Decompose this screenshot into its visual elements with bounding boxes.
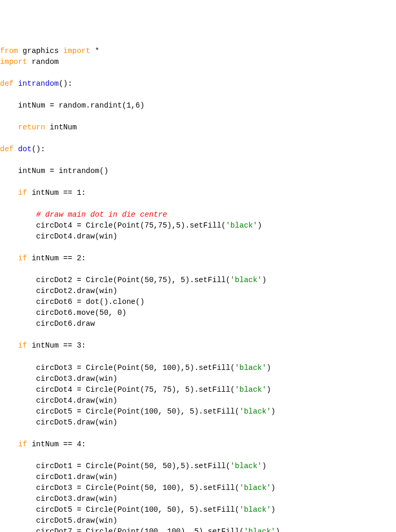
kw-def: def — [0, 145, 13, 153]
string: 'black' — [239, 506, 271, 514]
txt: circDot3 = Circle(Point(50, 100),5).setF… — [0, 364, 235, 372]
indent — [0, 341, 18, 350]
txt: circDot1 = Circle(Point(50, 50),5).setFi… — [0, 462, 230, 470]
txt: * — [90, 47, 99, 55]
indent — [0, 210, 36, 219]
txt: ) — [262, 276, 267, 284]
txt: ) — [257, 221, 262, 230]
code-line: intNum = random.randint(1,6) — [0, 101, 144, 110]
code-line: circDot4.draw(win) — [0, 396, 117, 405]
code-line: intNum = intrandom() — [0, 167, 108, 175]
code-line: circDot6.move(50, 0) — [0, 309, 127, 317]
txt — [13, 79, 18, 88]
txt: ) — [262, 462, 267, 470]
txt: (): — [32, 145, 45, 153]
txt: circDot2 = Circle(Point(50,75), 5).setFi… — [0, 276, 230, 284]
txt: circDot5 = Circle(Point(100, 50), 5).set… — [0, 407, 239, 416]
txt: circDot5 = Circle(Point(100, 50), 5).set… — [0, 506, 239, 514]
code-block: from graphics import * import random def… — [0, 44, 396, 532]
kw-import: import — [63, 47, 90, 55]
txt: intNum == 1: — [27, 189, 86, 197]
code-line: circDot5.draw(win) — [0, 516, 117, 525]
txt — [13, 145, 18, 153]
string: 'black' — [244, 527, 276, 532]
indent — [0, 440, 18, 448]
txt: (): — [59, 79, 72, 88]
txt: random — [27, 58, 59, 66]
fn-name: intrandom — [18, 79, 59, 88]
txt: graphics — [18, 47, 63, 55]
code-line: circDot6.draw — [0, 320, 95, 328]
txt: circDot7 = Circle(Point(100, 100), 5).se… — [0, 527, 244, 532]
kw-if: if — [18, 440, 27, 448]
kw-def: def — [0, 79, 13, 88]
kw-import: import — [0, 58, 27, 66]
indent — [0, 189, 18, 197]
code-line: circDot5.draw(win) — [0, 418, 117, 427]
txt: ) — [276, 527, 280, 532]
code-line: circDot1.draw(win) — [0, 473, 117, 481]
code-line: circDot3.draw(win) — [0, 495, 117, 503]
code-line: circDot3.draw(win) — [0, 375, 117, 383]
string: 'black' — [235, 364, 266, 372]
txt: ) — [266, 364, 271, 372]
string: 'black' — [230, 462, 262, 470]
txt: intNum == 3: — [27, 341, 86, 350]
string: 'black' — [235, 385, 266, 394]
string: 'black' — [230, 276, 262, 284]
fn-name: dot — [18, 145, 32, 153]
txt: circDot4 = Circle(Point(75, 75), 5).setF… — [0, 385, 235, 394]
kw-if: if — [18, 254, 27, 262]
code-line: circDot4.draw(win) — [0, 232, 117, 241]
code-line: circDot2.draw(win) — [0, 287, 117, 295]
string: 'black' — [226, 221, 257, 230]
txt: circDot4 = Circle(Point(75,75),5).setFil… — [0, 221, 226, 230]
kw-if: if — [18, 189, 27, 197]
txt: intNum == 2: — [27, 254, 86, 262]
kw-from: from — [0, 47, 18, 55]
string: 'black' — [239, 407, 271, 416]
txt: circDot3 = Circle(Point(50, 100), 5).set… — [0, 484, 239, 492]
kw-if: if — [18, 341, 27, 350]
txt: ) — [271, 484, 276, 492]
txt: ) — [266, 385, 271, 394]
txt: ) — [271, 506, 276, 514]
code-line: circDot6 = dot().clone() — [0, 298, 144, 306]
kw-return: return — [18, 123, 45, 131]
txt: intNum — [45, 123, 77, 131]
string: 'black' — [239, 484, 271, 492]
txt: intNum == 4: — [27, 440, 86, 448]
txt: ) — [271, 407, 276, 416]
comment: # draw main dot in die centre — [36, 210, 167, 219]
indent — [0, 254, 18, 262]
indent — [0, 123, 18, 131]
